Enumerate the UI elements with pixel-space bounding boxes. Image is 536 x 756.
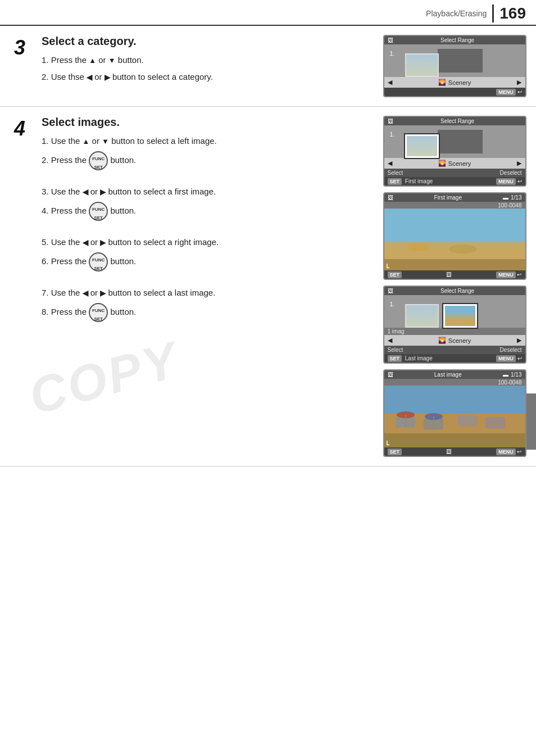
step-3-or2: or	[94, 72, 105, 82]
screen5-topbar: 🖼 Last image ▬ 1/13	[384, 370, 525, 379]
screen4-last-image: Last image	[405, 355, 433, 361]
func-set-btn-4[interactable]: FUNC SET	[89, 303, 108, 322]
step-4-sub5: 5. Use the ◀ or ▶ button to select a rig…	[42, 236, 367, 249]
arrow-left-icon-4c: ◀	[83, 238, 88, 247]
step-3-or1: or	[98, 55, 108, 65]
svg-rect-5	[384, 386, 525, 414]
header-page: 169	[492, 4, 526, 22]
screen4-scenery: ◀ 🌄 Scenery ▶	[384, 335, 525, 346]
camera-screen-2: 🖼 Select Range 1. ◀ 🌄 Scenery	[383, 116, 526, 187]
step-3-number-col: 3	[0, 26, 39, 106]
step-4-img-col: 🖼 Select Range 1. ◀ 🌄 Scenery	[373, 107, 536, 466]
step-4-sub3: 3. Use the ◀ or ▶ button to select a fir…	[42, 185, 367, 198]
screen2-icon: 🖼	[388, 118, 393, 124]
screen4-count: 1 imag	[388, 328, 405, 334]
step-3-sub1: 1. Press the ▲ or ▼ button.	[42, 53, 367, 67]
screen3-file: 100-0048	[498, 202, 521, 209]
step-3-sub1-prefix: 1. Press the	[42, 55, 87, 65]
screen5-set-area: SET	[388, 449, 402, 455]
step-4-sub3-suffix: button to select a first image.	[108, 187, 216, 196]
scenery-icon1: 🌄	[438, 79, 446, 86]
screen4-select-deselect: Select Deselect	[384, 346, 525, 354]
step-4-sub2: 2. Press the FUNC SET button.	[42, 151, 367, 170]
func-set-btn-1[interactable]: FUNC SET	[89, 151, 108, 170]
screen3-counter: 1/13	[511, 194, 521, 201]
return-icon4: ↩	[517, 355, 522, 361]
arrow-down-icon-4a: ▼	[102, 137, 109, 146]
step-4-sub2-prefix: 2. Press the	[42, 155, 87, 165]
screen4-topbar: 🖼 Select Range	[384, 287, 525, 295]
screen4-thumb-right	[443, 304, 477, 328]
screen2-bottom: SET First image MENU ↩	[384, 177, 525, 185]
func-set-btn-2[interactable]: FUNC SET	[89, 202, 108, 221]
screen1-top-label: Select Range	[440, 37, 474, 43]
screen3-img-icon: 🖼	[446, 271, 452, 278]
func-label-4: FUNC	[92, 308, 105, 313]
arrow-right-icon-4d: ▶	[100, 289, 106, 297]
screen2-deselect: Deselect	[500, 170, 522, 176]
return-icon5: ↩	[517, 449, 521, 455]
screen3-top-right: ▬ 1/13	[503, 194, 521, 201]
screen4-menu: MENU ↩	[496, 355, 521, 361]
func-label-2: FUNC	[92, 207, 105, 212]
step-4-row: 4 Select images. 1. Use the ▲ or ▼ butto…	[0, 107, 536, 467]
screen1-dark-area	[438, 49, 483, 73]
scenery-icon4: 🌄	[438, 337, 446, 344]
step-3-sub1-suffix: button.	[118, 55, 144, 65]
screen4-images: 1.	[390, 300, 520, 323]
step-4-sub2-suffix: button.	[110, 155, 136, 165]
screen2-select-deselect: Select Deselect	[384, 169, 525, 177]
page-header: Playback/Erasing 169	[0, 0, 536, 26]
screen2-arrow-left: ◀	[388, 160, 392, 167]
screen4-select: Select	[388, 347, 403, 353]
screen2-images: 1.	[390, 130, 520, 153]
step-4-sub5-prefix: 5. Use the	[42, 237, 80, 247]
screen1-category-row: 🌄 Scenery	[438, 79, 471, 86]
screen2-content: 1.	[384, 125, 525, 158]
step-4-sub8-prefix: 8. Press the	[42, 307, 87, 316]
camera-screen-4: 🖼 Select Range 1. 1 imag ◀	[383, 286, 526, 364]
step-4-sub7: 7. Use the ◀ or ▶ button to select a las…	[42, 286, 367, 300]
step-4-number: 4	[14, 117, 25, 141]
step-4-or4: or	[90, 288, 101, 297]
screen5-quality: L	[387, 440, 390, 446]
svg-rect-0	[384, 209, 525, 242]
svg-rect-10	[457, 415, 477, 426]
screen2-select: Select	[388, 170, 403, 176]
svg-rect-2	[384, 259, 525, 270]
step-3-row: 3 Select a category. 1. Press the ▲ or ▼…	[0, 26, 536, 107]
screen4-arrow-right: ▶	[517, 337, 521, 344]
screen5-menu: MENU ↩	[496, 449, 521, 455]
screen4-set-area: SET Last image	[388, 355, 433, 361]
screen2-first-image: First image	[405, 178, 433, 184]
step-4-sub6: 6. Press the FUNC SET button.	[42, 252, 367, 271]
header-title: Playback/Erasing	[426, 9, 487, 18]
screen2-menu: MENU ↩	[496, 178, 521, 184]
screen4-number: 1.	[390, 301, 395, 307]
screen3-top-label: First image	[434, 194, 462, 201]
screen1-category: Scenery	[448, 79, 471, 86]
beach-scene-2	[384, 386, 525, 447]
screen4-icon: 🖼	[388, 288, 393, 294]
screen1-number: 1.	[390, 50, 395, 57]
screen1-topbar: 🖼 Select Range	[384, 36, 525, 44]
screen4-content: 1.	[384, 295, 525, 328]
step-3-title: Select a category.	[42, 35, 367, 48]
screen3-menu: MENU ↩	[496, 271, 521, 278]
screen1-menu: MENU ↩	[496, 89, 521, 95]
arrow-right-icon-4c: ▶	[100, 238, 106, 247]
scenery-icon2: 🌄	[438, 160, 446, 167]
camera-screen-5: 🖼 Last image ▬ 1/13 100-0048	[383, 369, 526, 457]
spacer-1	[42, 174, 367, 185]
step-4-sub6-prefix: 6. Press the	[42, 256, 87, 266]
screen3-file-row: 100-0048	[384, 202, 525, 209]
screen4-category-row: 🌄 Scenery	[438, 337, 471, 344]
screen3-topbar: 🖼 First image ▬ 1/13	[384, 193, 525, 202]
set-label-2: SET	[94, 215, 103, 220]
arrow-up-icon-4a: ▲	[83, 137, 90, 146]
screen3-set-area: SET	[388, 271, 402, 278]
func-set-btn-3[interactable]: FUNC SET	[89, 252, 108, 271]
func-label-3: FUNC	[92, 257, 105, 262]
screen5-top-label: Last image	[434, 372, 462, 378]
step-4-sub7-prefix: 7. Use the	[42, 288, 80, 297]
